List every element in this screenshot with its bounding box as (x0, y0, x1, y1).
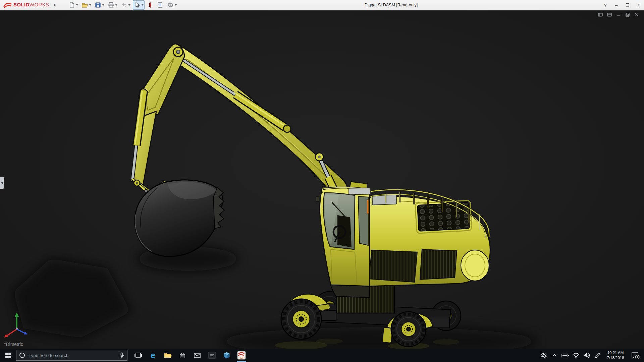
people-button[interactable] (539, 349, 549, 362)
restore-icon: ❐ (626, 3, 630, 8)
excavator-3d-model[interactable]: *Dimetric (0, 10, 644, 349)
volume-button[interactable] (582, 349, 592, 362)
brand-text-solid: SOLID (13, 2, 30, 7)
dropdown-arrow-icon[interactable] (76, 4, 78, 6)
cortana-icon (19, 352, 25, 358)
print-button[interactable] (107, 0, 118, 10)
quick-access-toolbar (67, 0, 178, 10)
mirror (316, 196, 319, 201)
action-center-button[interactable]: 2 (629, 349, 642, 362)
doc-minimize-button[interactable] (616, 12, 621, 17)
action-center-icon: 2 (631, 351, 640, 360)
pane-horizontal-button[interactable] (607, 12, 612, 17)
dark-tile-app-icon[interactable] (205, 349, 219, 362)
dropdown-arrow-icon[interactable] (175, 4, 177, 6)
microphone-icon[interactable] (119, 352, 124, 358)
new-document-button[interactable] (67, 0, 79, 10)
volume-icon (583, 352, 591, 359)
close-button[interactable]: ✕ (633, 0, 644, 10)
titlebar: SOLIDWORKS (0, 0, 644, 10)
dropdown-arrow-icon[interactable] (115, 4, 117, 6)
dropdown-arrow-icon[interactable] (89, 4, 91, 6)
gear-icon (167, 2, 174, 8)
select-tool-button[interactable] (133, 0, 145, 10)
red-tool-icon (147, 2, 154, 8)
clock-time: 10:21 AM (604, 350, 627, 355)
dropdown-arrow-icon[interactable] (142, 4, 144, 6)
pen-icon (594, 352, 601, 359)
help-button[interactable]: ? (600, 0, 611, 10)
undo-arrow-icon (121, 2, 127, 8)
doc-restore-button[interactable] (625, 12, 630, 17)
windows-logo-icon (5, 353, 11, 358)
ds-logo-icon (3, 2, 12, 8)
undo-button[interactable] (120, 0, 131, 10)
document-title: Digger.SLDASM [Read-only] (365, 0, 418, 10)
start-button[interactable] (0, 349, 16, 362)
front-wheel[interactable] (281, 299, 321, 339)
solidworks-2017-icon: 2017 (237, 351, 246, 360)
help-icon: ? (604, 3, 606, 8)
taskbar-search[interactable] (16, 350, 127, 361)
chevron-up-icon (551, 352, 558, 359)
svg-text:2: 2 (636, 356, 638, 359)
design-table-button[interactable] (156, 0, 165, 10)
dropdown-arrow-icon[interactable] (128, 4, 130, 6)
store-bag-icon (178, 351, 186, 359)
brand-text-works: WORKS (30, 2, 49, 7)
system-tray: 10:21 AM 7/13/2018 2 (539, 349, 644, 362)
envelope-icon (193, 351, 201, 359)
people-icon (540, 352, 547, 359)
dark-tile-icon (208, 351, 216, 359)
left-triangle-icon (1, 181, 3, 184)
open-folder-icon (82, 2, 88, 8)
view-orientation-label: *Dimetric (4, 342, 23, 347)
taskbar-clock[interactable]: 10:21 AM 7/13/2018 (603, 350, 628, 360)
hidden-icons-button[interactable] (549, 349, 559, 362)
pen-button[interactable] (592, 349, 602, 362)
rear-wheel[interactable] (391, 312, 426, 347)
cube-app-icon[interactable] (219, 349, 234, 362)
deck-tank (372, 195, 397, 205)
edge-icon: e (151, 351, 155, 360)
open-button[interactable] (80, 0, 92, 10)
edge-app-icon[interactable]: e (146, 349, 160, 362)
task-view-button[interactable] (131, 349, 146, 362)
search-input[interactable] (28, 353, 116, 358)
roof-unit (349, 188, 370, 194)
sheet-icon (157, 2, 164, 8)
right-triangle-icon (54, 3, 56, 7)
new-document-icon (68, 2, 75, 8)
reference-tool-button[interactable] (146, 0, 155, 10)
doc-close-button[interactable] (634, 12, 639, 17)
select-cursor-icon (134, 2, 141, 8)
window-controls: ? – ❐ ✕ (600, 0, 644, 10)
side-vent-grille-left (369, 250, 417, 282)
save-button[interactable] (94, 0, 105, 10)
graphics-area[interactable]: *Dimetric (0, 10, 644, 349)
save-floppy-icon (95, 2, 101, 8)
battery-icon (561, 352, 569, 359)
mail-app-icon[interactable] (190, 349, 205, 362)
solidworks-window: SOLIDWORKS (0, 0, 644, 362)
options-button[interactable] (166, 0, 178, 10)
clock-date: 7/13/2018 (604, 355, 627, 360)
wifi-icon (572, 352, 580, 359)
task-view-icon (134, 351, 142, 359)
maximize-button[interactable]: ❐ (622, 0, 633, 10)
solidworks-app-icon[interactable]: 2017 (234, 349, 249, 362)
network-button[interactable] (571, 349, 581, 362)
pane-split-button[interactable] (598, 12, 603, 17)
store-app-icon[interactable] (175, 349, 190, 362)
battery-button[interactable] (560, 349, 570, 362)
menu-expand-arrow[interactable] (53, 2, 57, 8)
file-explorer-app-icon[interactable] (160, 349, 175, 362)
svg-text:2017: 2017 (239, 357, 245, 359)
minimize-icon: – (615, 3, 618, 8)
seat (337, 215, 352, 247)
printer-icon (108, 2, 114, 8)
dropdown-arrow-icon[interactable] (102, 4, 104, 6)
featuremanager-flyout-tab[interactable] (0, 177, 4, 189)
minimize-button[interactable]: – (611, 0, 622, 10)
cab-handle (367, 200, 369, 214)
